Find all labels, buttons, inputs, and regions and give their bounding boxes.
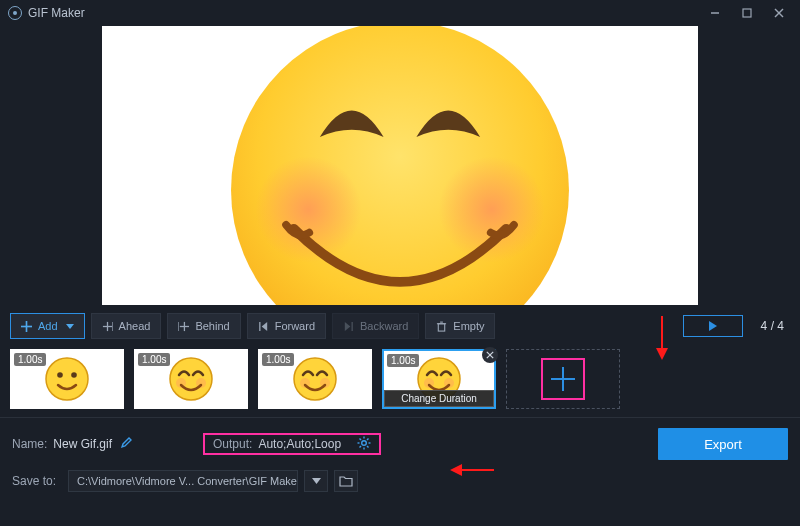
svg-marker-18 xyxy=(345,321,351,330)
empty-label: Empty xyxy=(453,320,484,332)
saveto-dropdown-button[interactable] xyxy=(304,470,328,492)
svg-point-26 xyxy=(170,358,212,400)
svg-line-43 xyxy=(367,446,369,448)
thumb-image xyxy=(292,356,338,402)
svg-point-25 xyxy=(71,372,77,378)
thumb-frame[interactable]: 1.00s xyxy=(134,349,248,409)
thumb-image xyxy=(168,356,214,402)
add-label: Add xyxy=(38,320,58,332)
thumb-duration: 1.00s xyxy=(14,353,46,366)
ahead-button[interactable]: Ahead xyxy=(91,313,162,339)
behind-button[interactable]: Behind xyxy=(167,313,240,339)
frame-toolbar: Add Ahead Behind Forward Backward Empty … xyxy=(0,305,800,345)
saveto-path[interactable]: C:\Vidmore\Vidmore V... Converter\GIF Ma… xyxy=(68,470,298,492)
thumb-frame[interactable]: 1.00s xyxy=(10,349,124,409)
plus-bar-left-icon xyxy=(102,321,113,332)
thumb-image xyxy=(44,356,90,402)
output-settings-highlight: Output: Auto;Auto;Loop xyxy=(203,433,381,455)
caret-down-icon xyxy=(312,478,321,484)
preview-image xyxy=(200,26,600,305)
thumb-frame[interactable]: 1.00s xyxy=(258,349,372,409)
svg-marker-16 xyxy=(261,321,267,330)
pencil-icon xyxy=(120,436,133,449)
svg-rect-19 xyxy=(439,323,445,330)
app-title: GIF Maker xyxy=(28,6,85,20)
open-folder-button[interactable] xyxy=(334,470,358,492)
window-controls xyxy=(702,3,792,23)
thumbnail-strip: 1.00s 1.00s 1.00s 1.00s xyxy=(0,345,800,417)
caret-down-icon xyxy=(66,324,74,329)
skip-forward-icon xyxy=(343,321,354,332)
thumb-duration: 1.00s xyxy=(387,354,419,367)
title-bar: GIF Maker xyxy=(0,0,800,26)
add-frame-button[interactable] xyxy=(506,349,620,409)
minimize-button[interactable] xyxy=(702,3,728,23)
backward-label: Backward xyxy=(360,320,408,332)
thumb-duration: 1.00s xyxy=(262,353,294,366)
play-button[interactable] xyxy=(683,315,743,337)
name-value: New Gif.gif xyxy=(53,437,112,451)
thumb-frame-selected[interactable]: 1.00s Change Duration xyxy=(382,349,496,409)
frame-counter: 4 / 4 xyxy=(761,319,784,333)
name-label: Name: xyxy=(12,437,47,451)
output-value: Auto;Auto;Loop xyxy=(258,437,341,451)
svg-line-42 xyxy=(360,438,362,440)
trash-icon xyxy=(436,321,447,332)
save-to-row: Save to: C:\Vidmore\Vidmore V... Convert… xyxy=(12,470,788,492)
svg-point-24 xyxy=(57,372,63,378)
forward-label: Forward xyxy=(275,320,315,332)
frame-total: 4 xyxy=(777,319,784,333)
remove-frame-button[interactable] xyxy=(482,347,498,363)
svg-line-44 xyxy=(367,438,369,440)
folder-icon xyxy=(339,475,353,487)
saveto-value: C:\Vidmore\Vidmore V... Converter\GIF Ma… xyxy=(77,475,298,487)
plus-bar-right-icon xyxy=(178,321,189,332)
skip-back-icon xyxy=(258,321,269,332)
name-output-row: Name: New Gif.gif Output: Auto;Auto;Loop… xyxy=(12,428,788,460)
svg-marker-46 xyxy=(312,478,321,484)
empty-button[interactable]: Empty xyxy=(425,313,495,339)
svg-marker-22 xyxy=(709,321,717,331)
gear-icon xyxy=(357,436,371,450)
close-button[interactable] xyxy=(766,3,792,23)
svg-point-23 xyxy=(46,358,88,400)
change-duration-button[interactable]: Change Duration xyxy=(384,390,494,407)
svg-line-45 xyxy=(360,446,362,448)
edit-name-button[interactable] xyxy=(120,436,133,452)
thumb-duration: 1.00s xyxy=(138,353,170,366)
bottom-panel: Name: New Gif.gif Output: Auto;Auto;Loop… xyxy=(0,417,800,500)
play-icon xyxy=(708,321,718,331)
close-icon xyxy=(486,351,494,359)
preview-canvas xyxy=(102,26,698,305)
backward-button[interactable]: Backward xyxy=(332,313,419,339)
svg-point-37 xyxy=(362,440,367,445)
output-label: Output: xyxy=(213,437,252,451)
saveto-label: Save to: xyxy=(12,474,56,488)
svg-point-29 xyxy=(294,358,336,400)
svg-rect-1 xyxy=(743,9,751,17)
add-button[interactable]: Add xyxy=(10,313,85,339)
maximize-button[interactable] xyxy=(734,3,760,23)
export-button[interactable]: Export xyxy=(658,428,788,460)
plus-icon xyxy=(21,321,32,332)
ahead-label: Ahead xyxy=(119,320,151,332)
output-settings-button[interactable] xyxy=(357,436,371,453)
behind-label: Behind xyxy=(195,320,229,332)
preview-area xyxy=(0,26,800,305)
forward-button[interactable]: Forward xyxy=(247,313,326,339)
frame-current: 4 xyxy=(761,319,768,333)
add-frame-highlight xyxy=(541,358,585,400)
app-icon xyxy=(8,6,22,20)
export-label: Export xyxy=(704,437,742,452)
